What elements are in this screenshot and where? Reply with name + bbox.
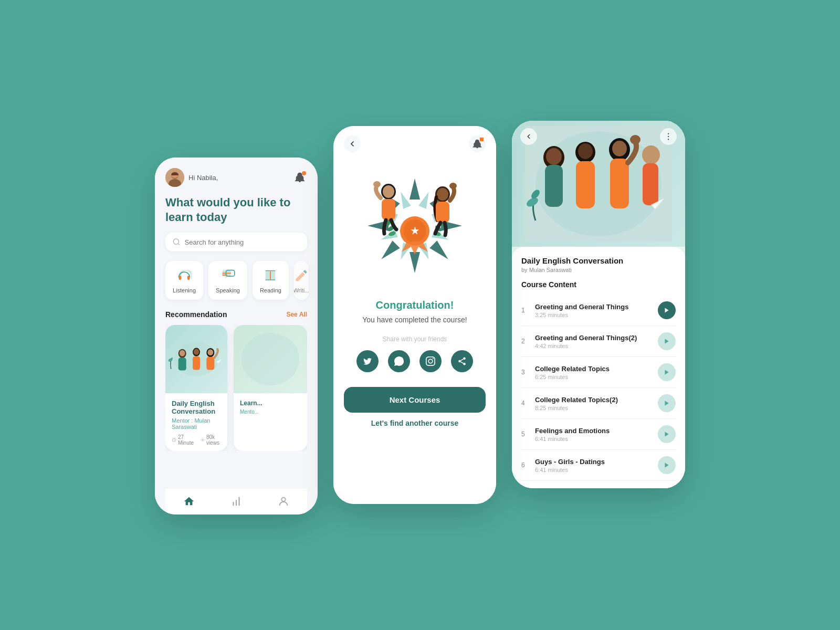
lesson-item[interactable]: 3College Related Topics6:25 minutes — [521, 357, 676, 388]
svg-marker-36 — [379, 229, 398, 244]
bottom-nav — [165, 488, 307, 514]
more-options-button[interactable] — [660, 128, 677, 145]
lesson-name: Feelings and Emotions — [535, 427, 652, 435]
category-speaking[interactable]: Speaking — [208, 261, 247, 300]
course-hero — [512, 121, 685, 247]
lesson-item[interactable]: 4College Related Topics(2)8:25 minutes — [521, 388, 676, 419]
svg-point-55 — [437, 188, 448, 201]
lesson-info: Guys - Girls - Datings6:41 minutes — [535, 458, 652, 473]
category-reading[interactable]: Reading — [253, 261, 289, 300]
svg-point-11 — [180, 350, 185, 356]
find-course-link[interactable]: Let's find another course — [333, 419, 496, 436]
share-button[interactable] — [451, 350, 473, 372]
lesson-number: 1 — [521, 307, 529, 314]
course-card-2[interactable]: Learn... Mento... — [234, 325, 307, 451]
category-speaking-label: Speaking — [216, 287, 240, 293]
category-listening[interactable]: Listening — [165, 261, 203, 300]
svg-marker-28 — [377, 240, 400, 262]
course-illustration — [165, 325, 227, 393]
course-card-2-mentor: Mento... — [240, 409, 301, 415]
avatar-greeting: Hi Nabila, — [165, 168, 218, 187]
speech-icon — [219, 267, 236, 284]
next-courses-button[interactable]: Next Courses — [344, 387, 486, 413]
svg-point-14 — [194, 349, 200, 355]
rating-stat: ★ 4.5 / 5 — [227, 434, 227, 446]
search-input[interactable] — [185, 238, 300, 246]
phone-home: Hi Nabila, What would you like to learn … — [155, 158, 318, 514]
lesson-info: Feelings and Emotions6:41 minutes — [535, 427, 652, 442]
whatsapp-share-button[interactable] — [388, 350, 410, 372]
course-info-title: Daily English Conversation — [521, 256, 676, 265]
congrats-notification-icon[interactable] — [469, 135, 486, 152]
svg-rect-70 — [545, 165, 563, 207]
play-button[interactable] — [658, 363, 676, 381]
svg-marker-27 — [410, 252, 420, 273]
lesson-item[interactable]: 5Feelings and Emotions6:41 minutes — [521, 419, 676, 450]
lesson-name: College Related Topics(2) — [535, 396, 652, 404]
svg-marker-83 — [665, 339, 669, 344]
lesson-item[interactable]: 2Greeting and General Things(2)4:42 minu… — [521, 326, 676, 357]
search-icon — [173, 238, 181, 246]
lesson-info: Greeting and General Things3:25 minutes — [535, 303, 652, 318]
course-back-button[interactable] — [520, 128, 537, 145]
lesson-info: College Related Topics(2)8:25 minutes — [535, 396, 652, 411]
congrats-text-area: Congratulation! You have completed the c… — [333, 294, 496, 335]
lesson-duration: 3:25 minutes — [535, 312, 652, 318]
play-button[interactable] — [658, 332, 676, 350]
recommendation-title: Recommendation — [165, 310, 227, 319]
svg-point-17 — [207, 349, 213, 355]
svg-rect-73 — [576, 161, 595, 208]
home-icon — [183, 496, 195, 507]
svg-point-22 — [281, 498, 285, 501]
share-icons — [344, 350, 486, 372]
see-all-link[interactable]: See All — [286, 311, 307, 318]
course-hero-topbar — [512, 128, 685, 145]
course-card-2-body: Learn... Mento... — [234, 393, 307, 424]
lesson-number: 2 — [521, 338, 529, 345]
duration-stat: 27 Minute — [172, 434, 195, 446]
lesson-info: College Related Topics6:25 minutes — [535, 365, 652, 380]
svg-rect-56 — [436, 202, 449, 223]
congrats-illustration: ★ — [333, 158, 496, 294]
category-listening-label: Listening — [173, 287, 196, 293]
svg-marker-26 — [429, 240, 452, 262]
search-bar[interactable] — [165, 233, 307, 251]
play-button[interactable] — [658, 394, 676, 412]
svg-point-57 — [449, 183, 457, 189]
lesson-info: Greeting and General Things(2)4:42 minut… — [535, 334, 652, 349]
category-writing[interactable]: Writi... — [294, 261, 309, 300]
profile-icon — [278, 496, 289, 507]
instagram-share-button[interactable] — [419, 350, 442, 372]
lesson-number: 6 — [521, 461, 529, 469]
twitter-share-button[interactable] — [356, 350, 379, 372]
svg-rect-16 — [206, 357, 214, 370]
nav-chart[interactable] — [230, 496, 242, 507]
congrats-sub: You have completed the course! — [344, 316, 486, 324]
phones-container: Hi Nabila, What would you like to learn … — [155, 116, 685, 514]
back-button[interactable] — [344, 135, 361, 152]
notification-icon[interactable] — [292, 170, 307, 185]
lesson-item[interactable]: 1Greeting and General Things3:25 minutes — [521, 295, 676, 326]
course-2-illustration — [234, 325, 307, 393]
lesson-item[interactable]: 6Guys - Girls - Datings6:41 minutes — [521, 450, 676, 481]
svg-point-51 — [383, 185, 394, 198]
nav-home[interactable] — [183, 496, 195, 507]
nav-profile[interactable] — [278, 496, 289, 507]
lesson-number: 5 — [521, 430, 529, 438]
svg-point-78 — [642, 145, 660, 164]
congrats-title: Congratulation! — [344, 299, 486, 311]
lesson-name: Greeting and General Things — [535, 303, 652, 311]
course-card-1[interactable]: Daily English Conversation Mentor : Mula… — [165, 325, 227, 451]
svg-marker-31 — [418, 190, 433, 209]
play-button[interactable] — [658, 425, 676, 443]
play-button[interactable] — [658, 301, 676, 319]
headphone-icon — [176, 267, 193, 284]
course-card-title: Daily English Conversation — [172, 400, 221, 415]
svg-marker-86 — [665, 432, 669, 437]
lesson-name: Guys - Girls - Datings — [535, 458, 652, 466]
svg-marker-82 — [665, 308, 669, 313]
course-card-mentor: Mentor : Mulan Saraswati — [172, 417, 221, 430]
play-button[interactable] — [658, 456, 676, 474]
course-card-stats: 27 Minute 80k views ★ 4.5 / 5 — [172, 434, 221, 446]
lesson-name: Greeting and General Things(2) — [535, 334, 652, 342]
